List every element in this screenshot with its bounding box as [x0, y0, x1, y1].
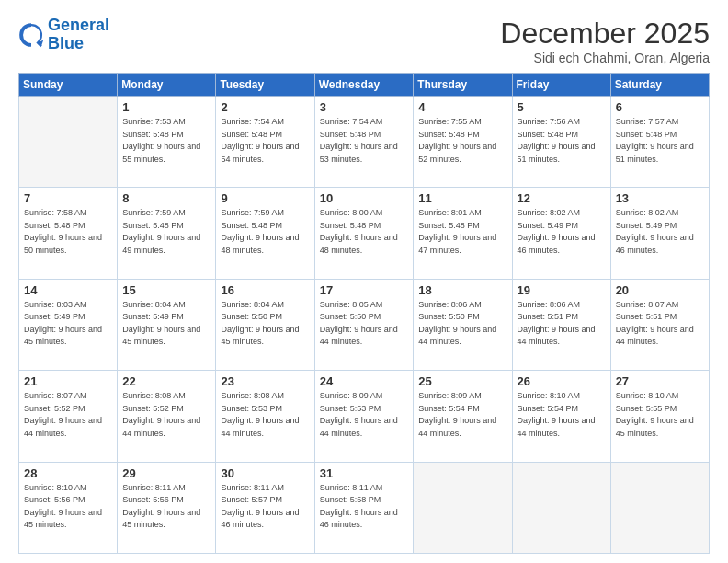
- day-number: 26: [518, 374, 606, 388]
- header: General Blue December 2025 Sidi ech Chah…: [18, 17, 710, 65]
- day-info: Sunrise: 8:07 AMSunset: 5:51 PMDaylight:…: [616, 299, 704, 349]
- day-number: 14: [24, 283, 112, 297]
- calendar-row: 7Sunrise: 7:58 AMSunset: 5:48 PMDaylight…: [19, 188, 710, 279]
- day-info: Sunrise: 8:05 AMSunset: 5:50 PMDaylight:…: [320, 299, 409, 349]
- day-number: 20: [616, 283, 704, 297]
- calendar-cell: 1Sunrise: 7:53 AMSunset: 5:48 PMDaylight…: [118, 97, 216, 188]
- calendar-cell: 4Sunrise: 7:55 AMSunset: 5:48 PMDaylight…: [414, 97, 512, 188]
- day-number: 6: [616, 100, 704, 114]
- calendar-cell: 19Sunrise: 8:06 AMSunset: 5:51 PMDayligh…: [512, 279, 610, 370]
- day-info: Sunrise: 8:08 AMSunset: 5:52 PMDaylight:…: [122, 390, 210, 440]
- day-info: Sunrise: 8:11 AMSunset: 5:58 PMDaylight:…: [320, 482, 409, 532]
- calendar-cell: 6Sunrise: 7:57 AMSunset: 5:48 PMDaylight…: [610, 97, 709, 188]
- logo-icon: [18, 22, 44, 48]
- day-info: Sunrise: 8:00 AMSunset: 5:48 PMDaylight:…: [320, 207, 409, 257]
- calendar-cell: [414, 462, 512, 553]
- calendar-table: Sunday Monday Tuesday Wednesday Thursday…: [18, 73, 710, 554]
- day-info: Sunrise: 8:10 AMSunset: 5:56 PMDaylight:…: [24, 482, 112, 532]
- day-info: Sunrise: 7:54 AMSunset: 5:48 PMDaylight:…: [320, 116, 409, 166]
- day-number: 27: [616, 374, 704, 388]
- day-info: Sunrise: 7:58 AMSunset: 5:48 PMDaylight:…: [24, 207, 112, 257]
- calendar-cell: 30Sunrise: 8:11 AMSunset: 5:57 PMDayligh…: [216, 462, 314, 553]
- calendar-cell: 16Sunrise: 8:04 AMSunset: 5:50 PMDayligh…: [216, 279, 314, 370]
- day-info: Sunrise: 8:02 AMSunset: 5:49 PMDaylight:…: [518, 207, 606, 257]
- calendar-cell: 24Sunrise: 8:09 AMSunset: 5:53 PMDayligh…: [314, 371, 414, 462]
- day-number: 19: [518, 283, 606, 297]
- day-number: 21: [24, 374, 112, 388]
- calendar-row: 14Sunrise: 8:03 AMSunset: 5:49 PMDayligh…: [19, 279, 710, 370]
- calendar-cell: 15Sunrise: 8:04 AMSunset: 5:49 PMDayligh…: [118, 279, 216, 370]
- calendar-cell: 3Sunrise: 7:54 AMSunset: 5:48 PMDaylight…: [314, 97, 414, 188]
- day-number: 30: [221, 466, 309, 480]
- day-info: Sunrise: 8:01 AMSunset: 5:48 PMDaylight:…: [418, 207, 506, 257]
- day-number: 13: [616, 191, 704, 205]
- day-number: 10: [320, 191, 409, 205]
- calendar-cell: 26Sunrise: 8:10 AMSunset: 5:54 PMDayligh…: [512, 371, 610, 462]
- header-tuesday: Tuesday: [216, 74, 314, 97]
- day-number: 17: [320, 283, 409, 297]
- day-number: 23: [221, 374, 309, 388]
- calendar-cell: 29Sunrise: 8:11 AMSunset: 5:56 PMDayligh…: [118, 462, 216, 553]
- day-info: Sunrise: 8:02 AMSunset: 5:49 PMDaylight:…: [616, 207, 704, 257]
- header-wednesday: Wednesday: [314, 74, 414, 97]
- day-number: 18: [418, 283, 506, 297]
- calendar-cell: 5Sunrise: 7:56 AMSunset: 5:48 PMDaylight…: [512, 97, 610, 188]
- header-monday: Monday: [118, 74, 216, 97]
- day-info: Sunrise: 8:09 AMSunset: 5:54 PMDaylight:…: [418, 390, 506, 440]
- calendar-cell: 21Sunrise: 8:07 AMSunset: 5:52 PMDayligh…: [19, 371, 118, 462]
- day-info: Sunrise: 8:04 AMSunset: 5:50 PMDaylight:…: [221, 299, 309, 349]
- day-number: 16: [221, 283, 309, 297]
- day-info: Sunrise: 8:08 AMSunset: 5:53 PMDaylight:…: [221, 390, 309, 440]
- calendar-cell: 17Sunrise: 8:05 AMSunset: 5:50 PMDayligh…: [314, 279, 414, 370]
- calendar-cell: 28Sunrise: 8:10 AMSunset: 5:56 PMDayligh…: [19, 462, 118, 553]
- calendar-row: 21Sunrise: 8:07 AMSunset: 5:52 PMDayligh…: [19, 371, 710, 462]
- calendar-cell: 2Sunrise: 7:54 AMSunset: 5:48 PMDaylight…: [216, 97, 314, 188]
- day-info: Sunrise: 8:11 AMSunset: 5:56 PMDaylight:…: [122, 482, 210, 532]
- calendar-cell: 14Sunrise: 8:03 AMSunset: 5:49 PMDayligh…: [19, 279, 118, 370]
- day-info: Sunrise: 7:59 AMSunset: 5:48 PMDaylight:…: [221, 207, 309, 257]
- day-number: 5: [518, 100, 606, 114]
- calendar-header-row: Sunday Monday Tuesday Wednesday Thursday…: [19, 74, 710, 97]
- header-sunday: Sunday: [19, 74, 118, 97]
- logo-blue: Blue: [48, 35, 109, 53]
- calendar-cell: [512, 462, 610, 553]
- day-number: 4: [418, 100, 506, 114]
- day-number: 8: [122, 191, 210, 205]
- day-number: 24: [320, 374, 409, 388]
- calendar-cell: 23Sunrise: 8:08 AMSunset: 5:53 PMDayligh…: [216, 371, 314, 462]
- subtitle: Sidi ech Chahmi, Oran, Algeria: [500, 51, 710, 65]
- day-info: Sunrise: 7:56 AMSunset: 5:48 PMDaylight:…: [518, 116, 606, 166]
- day-number: 3: [320, 100, 409, 114]
- day-info: Sunrise: 8:09 AMSunset: 5:53 PMDaylight:…: [320, 390, 409, 440]
- calendar-cell: 11Sunrise: 8:01 AMSunset: 5:48 PMDayligh…: [414, 188, 512, 279]
- day-info: Sunrise: 8:11 AMSunset: 5:57 PMDaylight:…: [221, 482, 309, 532]
- day-number: 15: [122, 283, 210, 297]
- day-number: 12: [518, 191, 606, 205]
- logo-general: General: [48, 16, 109, 34]
- day-info: Sunrise: 7:59 AMSunset: 5:48 PMDaylight:…: [122, 207, 210, 257]
- calendar-cell: 22Sunrise: 8:08 AMSunset: 5:52 PMDayligh…: [118, 371, 216, 462]
- day-info: Sunrise: 8:10 AMSunset: 5:54 PMDaylight:…: [518, 390, 606, 440]
- header-thursday: Thursday: [414, 74, 512, 97]
- day-number: 29: [122, 466, 210, 480]
- calendar-cell: 8Sunrise: 7:59 AMSunset: 5:48 PMDaylight…: [118, 188, 216, 279]
- calendar-cell: 12Sunrise: 8:02 AMSunset: 5:49 PMDayligh…: [512, 188, 610, 279]
- day-info: Sunrise: 8:06 AMSunset: 5:51 PMDaylight:…: [518, 299, 606, 349]
- day-info: Sunrise: 7:54 AMSunset: 5:48 PMDaylight:…: [221, 116, 309, 166]
- calendar-cell: 18Sunrise: 8:06 AMSunset: 5:50 PMDayligh…: [414, 279, 512, 370]
- calendar-cell: [610, 462, 709, 553]
- calendar-cell: 25Sunrise: 8:09 AMSunset: 5:54 PMDayligh…: [414, 371, 512, 462]
- day-info: Sunrise: 8:03 AMSunset: 5:49 PMDaylight:…: [24, 299, 112, 349]
- calendar-cell: 10Sunrise: 8:00 AMSunset: 5:48 PMDayligh…: [314, 188, 414, 279]
- title-section: December 2025 Sidi ech Chahmi, Oran, Alg…: [500, 17, 710, 65]
- day-number: 9: [221, 191, 309, 205]
- logo: General Blue: [18, 17, 109, 53]
- day-number: 2: [221, 100, 309, 114]
- calendar-cell: 31Sunrise: 8:11 AMSunset: 5:58 PMDayligh…: [314, 462, 414, 553]
- page: General Blue December 2025 Sidi ech Chah…: [0, 0, 728, 563]
- calendar-cell: 20Sunrise: 8:07 AMSunset: 5:51 PMDayligh…: [610, 279, 709, 370]
- day-info: Sunrise: 8:10 AMSunset: 5:55 PMDaylight:…: [616, 390, 704, 440]
- header-friday: Friday: [512, 74, 610, 97]
- header-saturday: Saturday: [610, 74, 709, 97]
- day-number: 31: [320, 466, 409, 480]
